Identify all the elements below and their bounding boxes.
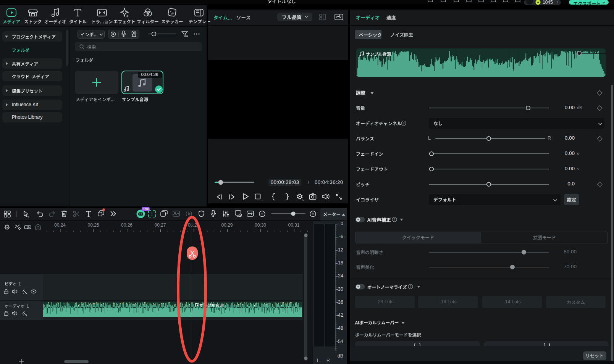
svg-text:?: ?	[409, 285, 411, 288]
svg-text:?: ?	[393, 217, 395, 221]
svg-text:?: ?	[402, 121, 404, 125]
